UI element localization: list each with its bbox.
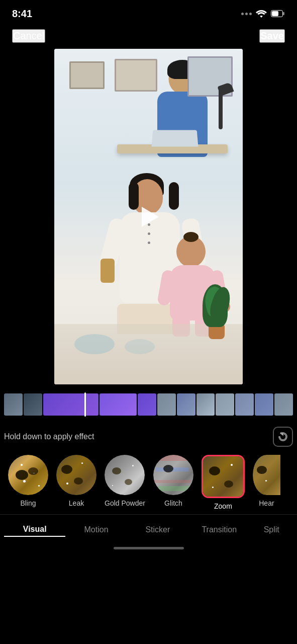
undo-button[interactable] <box>273 427 293 447</box>
timeline-indicator <box>84 392 86 417</box>
frame-8 <box>216 393 234 416</box>
undo-icon <box>278 432 287 441</box>
frame-9 <box>235 393 254 416</box>
status-time: 8:41 <box>12 8 32 20</box>
frame-2 <box>43 393 99 416</box>
video-preview[interactable] <box>54 49 243 384</box>
bottom-tabs: Visual Motion Sticker Transition Split <box>0 514 297 541</box>
hold-down-row: Hold down to apply effect <box>0 421 297 451</box>
frame-4 <box>138 393 156 416</box>
effect-hear[interactable]: Hear <box>253 455 280 507</box>
effect-zoom[interactable]: Zoom <box>202 455 245 510</box>
effect-glitch[interactable]: Glitch <box>153 455 193 507</box>
tab-sticker[interactable]: Sticker <box>127 523 188 536</box>
cancel-button[interactable]: Cancel <box>12 29 45 43</box>
effect-gold-powder[interactable]: Gold Powder <box>105 455 145 507</box>
play-button[interactable] <box>134 202 164 232</box>
timeline-section <box>0 384 297 421</box>
glitch-label: Glitch <box>164 499 182 507</box>
effect-bling[interactable]: Bling <box>8 455 48 507</box>
frame-0 <box>4 393 23 416</box>
bling-label: Bling <box>20 499 36 507</box>
bling-thumb <box>8 455 48 495</box>
zoom-label: Zoom <box>214 502 232 510</box>
home-indicator <box>114 547 184 549</box>
frame-1 <box>24 393 42 416</box>
gold-powder-label: Gold Powder <box>105 499 145 507</box>
zoom-thumb <box>202 455 245 498</box>
tab-transition[interactable]: Transition <box>188 523 250 536</box>
battery-icon <box>271 10 285 17</box>
tab-split[interactable]: Split <box>250 523 293 536</box>
timeline-strip[interactable] <box>4 392 293 417</box>
frame-10 <box>255 393 273 416</box>
tab-visual[interactable]: Visual <box>4 523 65 537</box>
signal-icon <box>241 13 252 15</box>
header: Cancel Save <box>0 25 297 49</box>
status-icons <box>241 10 285 18</box>
glitch-thumb <box>153 455 193 495</box>
frame-7 <box>196 393 215 416</box>
hear-thumb <box>253 455 280 495</box>
hold-down-text: Hold down to apply effect <box>4 432 94 441</box>
status-bar: 8:41 <box>0 0 297 25</box>
frame-11 <box>274 393 293 416</box>
svg-rect-2 <box>272 11 278 16</box>
frame-3 <box>100 393 137 416</box>
leak-thumb <box>56 455 96 495</box>
effect-leak[interactable]: Leak <box>56 455 96 507</box>
effects-row: Bling Leak Gold Powder <box>0 451 297 514</box>
tab-motion[interactable]: Motion <box>65 523 127 536</box>
frame-6 <box>177 393 195 416</box>
svg-rect-1 <box>283 12 284 15</box>
hear-label: Hear <box>259 499 274 507</box>
frame-5 <box>157 393 176 416</box>
play-icon <box>142 207 159 227</box>
wifi-icon <box>256 10 267 18</box>
save-button[interactable]: Save <box>259 29 285 43</box>
timeline-frames <box>4 393 293 416</box>
leak-label: Leak <box>69 499 84 507</box>
gold-powder-thumb <box>105 455 145 495</box>
